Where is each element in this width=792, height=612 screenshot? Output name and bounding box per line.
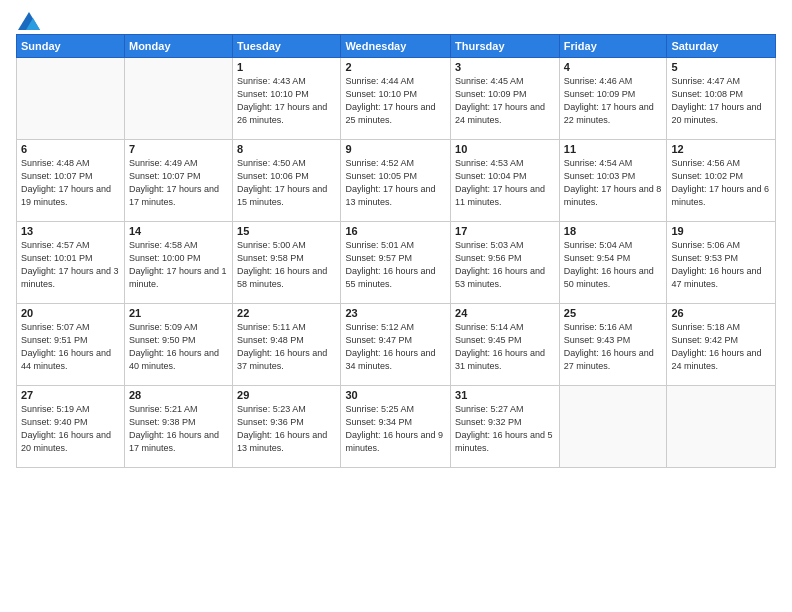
calendar-day-cell	[559, 386, 667, 468]
day-number: 9	[345, 143, 446, 155]
day-of-week-header: Saturday	[667, 35, 776, 58]
day-info: Sunrise: 5:09 AM Sunset: 9:50 PM Dayligh…	[129, 321, 228, 373]
day-number: 14	[129, 225, 228, 237]
calendar-day-cell: 13Sunrise: 4:57 AM Sunset: 10:01 PM Dayl…	[17, 222, 125, 304]
day-info: Sunrise: 4:53 AM Sunset: 10:04 PM Daylig…	[455, 157, 555, 209]
day-info: Sunrise: 5:00 AM Sunset: 9:58 PM Dayligh…	[237, 239, 336, 291]
calendar-day-cell: 18Sunrise: 5:04 AM Sunset: 9:54 PM Dayli…	[559, 222, 667, 304]
calendar-day-cell: 23Sunrise: 5:12 AM Sunset: 9:47 PM Dayli…	[341, 304, 451, 386]
calendar-day-cell: 5Sunrise: 4:47 AM Sunset: 10:08 PM Dayli…	[667, 58, 776, 140]
calendar-day-cell: 15Sunrise: 5:00 AM Sunset: 9:58 PM Dayli…	[233, 222, 341, 304]
day-number: 1	[237, 61, 336, 73]
day-number: 25	[564, 307, 663, 319]
day-of-week-header: Friday	[559, 35, 667, 58]
day-info: Sunrise: 4:45 AM Sunset: 10:09 PM Daylig…	[455, 75, 555, 127]
calendar-day-cell: 30Sunrise: 5:25 AM Sunset: 9:34 PM Dayli…	[341, 386, 451, 468]
day-of-week-header: Tuesday	[233, 35, 341, 58]
calendar-day-cell: 21Sunrise: 5:09 AM Sunset: 9:50 PM Dayli…	[124, 304, 232, 386]
day-number: 24	[455, 307, 555, 319]
calendar-day-cell: 29Sunrise: 5:23 AM Sunset: 9:36 PM Dayli…	[233, 386, 341, 468]
day-number: 2	[345, 61, 446, 73]
day-info: Sunrise: 5:11 AM Sunset: 9:48 PM Dayligh…	[237, 321, 336, 373]
day-info: Sunrise: 4:49 AM Sunset: 10:07 PM Daylig…	[129, 157, 228, 209]
day-number: 17	[455, 225, 555, 237]
day-info: Sunrise: 4:56 AM Sunset: 10:02 PM Daylig…	[671, 157, 771, 209]
calendar-day-cell: 31Sunrise: 5:27 AM Sunset: 9:32 PM Dayli…	[451, 386, 560, 468]
calendar-day-cell: 14Sunrise: 4:58 AM Sunset: 10:00 PM Dayl…	[124, 222, 232, 304]
day-info: Sunrise: 5:19 AM Sunset: 9:40 PM Dayligh…	[21, 403, 120, 455]
calendar-week-row: 27Sunrise: 5:19 AM Sunset: 9:40 PM Dayli…	[17, 386, 776, 468]
calendar-day-cell	[124, 58, 232, 140]
day-number: 6	[21, 143, 120, 155]
day-number: 22	[237, 307, 336, 319]
calendar-day-cell: 4Sunrise: 4:46 AM Sunset: 10:09 PM Dayli…	[559, 58, 667, 140]
day-info: Sunrise: 5:07 AM Sunset: 9:51 PM Dayligh…	[21, 321, 120, 373]
day-info: Sunrise: 5:27 AM Sunset: 9:32 PM Dayligh…	[455, 403, 555, 455]
calendar-week-row: 6Sunrise: 4:48 AM Sunset: 10:07 PM Dayli…	[17, 140, 776, 222]
day-of-week-header: Monday	[124, 35, 232, 58]
day-number: 20	[21, 307, 120, 319]
calendar-day-cell: 9Sunrise: 4:52 AM Sunset: 10:05 PM Dayli…	[341, 140, 451, 222]
day-number: 23	[345, 307, 446, 319]
day-of-week-header: Wednesday	[341, 35, 451, 58]
calendar-header-row: SundayMondayTuesdayWednesdayThursdayFrid…	[17, 35, 776, 58]
calendar-day-cell	[17, 58, 125, 140]
calendar-day-cell: 6Sunrise: 4:48 AM Sunset: 10:07 PM Dayli…	[17, 140, 125, 222]
day-info: Sunrise: 5:01 AM Sunset: 9:57 PM Dayligh…	[345, 239, 446, 291]
day-info: Sunrise: 5:12 AM Sunset: 9:47 PM Dayligh…	[345, 321, 446, 373]
day-info: Sunrise: 5:04 AM Sunset: 9:54 PM Dayligh…	[564, 239, 663, 291]
day-number: 5	[671, 61, 771, 73]
day-number: 18	[564, 225, 663, 237]
day-number: 15	[237, 225, 336, 237]
calendar-day-cell: 26Sunrise: 5:18 AM Sunset: 9:42 PM Dayli…	[667, 304, 776, 386]
calendar-day-cell: 20Sunrise: 5:07 AM Sunset: 9:51 PM Dayli…	[17, 304, 125, 386]
day-number: 27	[21, 389, 120, 401]
calendar-day-cell: 25Sunrise: 5:16 AM Sunset: 9:43 PM Dayli…	[559, 304, 667, 386]
day-number: 29	[237, 389, 336, 401]
calendar-day-cell: 3Sunrise: 4:45 AM Sunset: 10:09 PM Dayli…	[451, 58, 560, 140]
calendar-day-cell: 17Sunrise: 5:03 AM Sunset: 9:56 PM Dayli…	[451, 222, 560, 304]
day-number: 26	[671, 307, 771, 319]
header	[16, 12, 776, 26]
day-number: 3	[455, 61, 555, 73]
day-number: 11	[564, 143, 663, 155]
calendar-day-cell: 12Sunrise: 4:56 AM Sunset: 10:02 PM Dayl…	[667, 140, 776, 222]
day-number: 10	[455, 143, 555, 155]
day-info: Sunrise: 5:06 AM Sunset: 9:53 PM Dayligh…	[671, 239, 771, 291]
day-info: Sunrise: 4:48 AM Sunset: 10:07 PM Daylig…	[21, 157, 120, 209]
calendar-day-cell	[667, 386, 776, 468]
calendar-day-cell: 7Sunrise: 4:49 AM Sunset: 10:07 PM Dayli…	[124, 140, 232, 222]
day-info: Sunrise: 4:50 AM Sunset: 10:06 PM Daylig…	[237, 157, 336, 209]
day-number: 19	[671, 225, 771, 237]
day-number: 4	[564, 61, 663, 73]
calendar-day-cell: 19Sunrise: 5:06 AM Sunset: 9:53 PM Dayli…	[667, 222, 776, 304]
day-info: Sunrise: 5:23 AM Sunset: 9:36 PM Dayligh…	[237, 403, 336, 455]
calendar-week-row: 1Sunrise: 4:43 AM Sunset: 10:10 PM Dayli…	[17, 58, 776, 140]
calendar-week-row: 20Sunrise: 5:07 AM Sunset: 9:51 PM Dayli…	[17, 304, 776, 386]
logo-icon	[18, 12, 40, 30]
day-of-week-header: Sunday	[17, 35, 125, 58]
calendar-day-cell: 10Sunrise: 4:53 AM Sunset: 10:04 PM Dayl…	[451, 140, 560, 222]
day-info: Sunrise: 4:58 AM Sunset: 10:00 PM Daylig…	[129, 239, 228, 291]
day-info: Sunrise: 5:21 AM Sunset: 9:38 PM Dayligh…	[129, 403, 228, 455]
day-info: Sunrise: 5:25 AM Sunset: 9:34 PM Dayligh…	[345, 403, 446, 455]
day-info: Sunrise: 4:43 AM Sunset: 10:10 PM Daylig…	[237, 75, 336, 127]
day-number: 28	[129, 389, 228, 401]
day-number: 13	[21, 225, 120, 237]
day-number: 12	[671, 143, 771, 155]
day-info: Sunrise: 5:18 AM Sunset: 9:42 PM Dayligh…	[671, 321, 771, 373]
day-number: 16	[345, 225, 446, 237]
day-info: Sunrise: 4:46 AM Sunset: 10:09 PM Daylig…	[564, 75, 663, 127]
logo	[16, 12, 40, 26]
calendar-day-cell: 27Sunrise: 5:19 AM Sunset: 9:40 PM Dayli…	[17, 386, 125, 468]
calendar: SundayMondayTuesdayWednesdayThursdayFrid…	[16, 34, 776, 468]
day-number: 7	[129, 143, 228, 155]
day-info: Sunrise: 5:16 AM Sunset: 9:43 PM Dayligh…	[564, 321, 663, 373]
day-info: Sunrise: 5:14 AM Sunset: 9:45 PM Dayligh…	[455, 321, 555, 373]
day-number: 8	[237, 143, 336, 155]
calendar-day-cell: 11Sunrise: 4:54 AM Sunset: 10:03 PM Dayl…	[559, 140, 667, 222]
day-info: Sunrise: 4:47 AM Sunset: 10:08 PM Daylig…	[671, 75, 771, 127]
day-number: 21	[129, 307, 228, 319]
calendar-day-cell: 16Sunrise: 5:01 AM Sunset: 9:57 PM Dayli…	[341, 222, 451, 304]
calendar-week-row: 13Sunrise: 4:57 AM Sunset: 10:01 PM Dayl…	[17, 222, 776, 304]
